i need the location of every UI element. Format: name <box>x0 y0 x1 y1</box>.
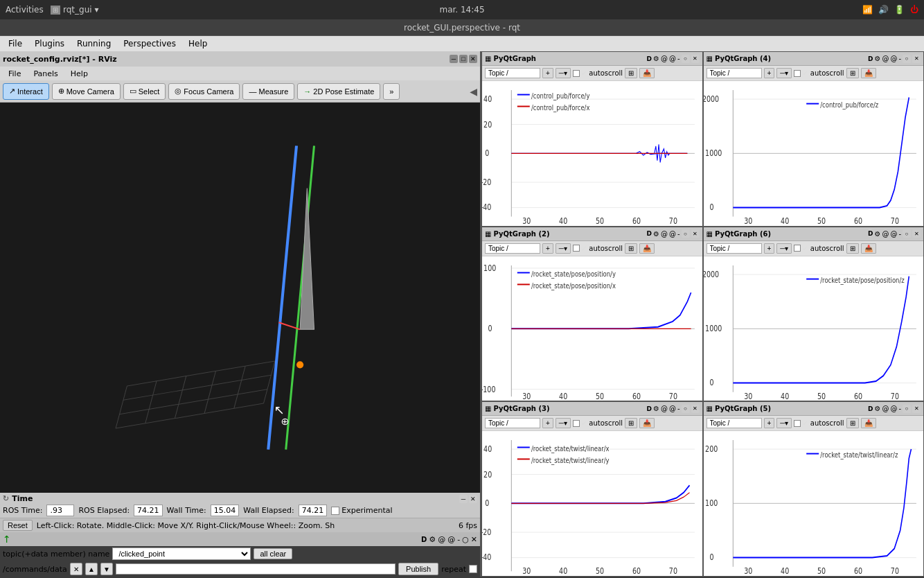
graph5-minimize-btn[interactable]: ○ <box>903 405 911 413</box>
graph6-autoscroll-check[interactable]: ✓ <box>794 245 808 252</box>
graph3-minimize-btn[interactable]: ○ <box>682 405 690 413</box>
graph2-minus-btn[interactable]: ─▾ <box>556 243 571 254</box>
graph2-add-btn[interactable]: + <box>542 243 553 254</box>
graph5-zoom-btn[interactable]: ⊞ <box>846 418 859 428</box>
time-panel-minimize[interactable]: ─ <box>459 495 468 503</box>
graph4-add-btn[interactable]: + <box>764 68 775 78</box>
graph3-s3-icon: @ <box>669 405 676 412</box>
up-icon-btn[interactable]: ▲ <box>85 563 98 575</box>
topic-dropdown[interactable]: /clicked_point <box>112 548 251 560</box>
graph1-autoscroll-check[interactable]: ✓ <box>573 69 587 77</box>
svg-text:/rocket_state/pose/position/y: /rocket_state/pose/position/y <box>531 269 616 277</box>
graph1-topic-input[interactable] <box>485 68 540 78</box>
graph2-close-btn[interactable]: ✕ <box>691 229 700 238</box>
graph6-minimize-btn[interactable]: ○ <box>903 229 911 238</box>
graph5-autoscroll-check[interactable]: ✓ <box>794 419 808 427</box>
experimental-check[interactable] <box>331 507 339 515</box>
all-clear-button[interactable]: all clear <box>254 548 292 559</box>
graph2-topic-input[interactable] <box>485 243 540 254</box>
graph2-export-btn[interactable]: 📥 <box>639 243 655 254</box>
graph6-close-btn[interactable]: ✕ <box>912 229 921 238</box>
graph3-close-btn[interactable]: ✕ <box>691 405 700 413</box>
menu-perspectives[interactable]: Perspectives <box>118 37 181 50</box>
graph4-autoscroll-check[interactable]: ✓ <box>794 69 808 77</box>
graph5-minus-btn[interactable]: ─▾ <box>776 418 792 428</box>
activities-label[interactable]: Activities <box>6 5 44 15</box>
rviz-maximize-btn[interactable]: □ <box>459 55 468 63</box>
graph1-minus-btn[interactable]: ─▾ <box>556 68 571 78</box>
svg-text:30: 30 <box>522 566 531 576</box>
graph6-minus-btn[interactable]: ─▾ <box>776 243 792 254</box>
graph1-minimize-btn[interactable]: ○ <box>682 55 690 63</box>
graph6-s2-icon: @ <box>882 230 889 238</box>
pose-estimate-button[interactable]: → 2D Pose Estimate <box>297 83 380 100</box>
experimental-checkbox[interactable]: Experimental <box>331 506 392 515</box>
more-tools-button[interactable]: » <box>383 83 400 100</box>
graph4-minimize-btn[interactable]: ○ <box>903 55 911 63</box>
svg-line-11 <box>175 376 186 419</box>
down-icon-btn[interactable]: ▼ <box>100 563 113 575</box>
bt-x-icon: ✕ <box>471 535 477 544</box>
select-button[interactable]: ▭ Select <box>123 83 166 100</box>
rviz-minimize-btn[interactable]: ─ <box>450 55 458 63</box>
graph5-autoscroll-label: autoscroll <box>810 419 844 427</box>
rviz-menu-help[interactable]: Help <box>65 68 94 80</box>
svg-text:70: 70 <box>669 566 677 576</box>
time-panel-close[interactable]: ✕ <box>469 495 477 503</box>
graph5-close-btn[interactable]: ✕ <box>912 405 921 413</box>
graph2-autoscroll-check[interactable]: ✓ <box>573 245 587 252</box>
repeat-checkbox[interactable] <box>469 565 477 573</box>
graph3-zoom-btn[interactable]: ⊞ <box>625 418 637 428</box>
publish-button[interactable]: Publish <box>398 563 438 575</box>
graph4-panel-icon: ▦ <box>707 55 713 62</box>
rviz-close-btn[interactable]: ✕ <box>469 55 477 63</box>
menu-running[interactable]: Running <box>71 37 116 50</box>
graph5-topic-input[interactable] <box>707 418 762 428</box>
svg-text:-20: -20 <box>482 177 492 187</box>
graph2-zoom-btn[interactable]: ⊞ <box>625 243 637 254</box>
measure-button[interactable]: — Measure <box>242 83 294 100</box>
graph4-close-btn[interactable]: ✕ <box>912 55 921 63</box>
graph6-zoom-btn[interactable]: ⊞ <box>846 243 859 254</box>
graph5-add-btn[interactable]: + <box>764 418 775 428</box>
graph4-minus-btn[interactable]: ─▾ <box>776 68 792 78</box>
graph1-zoom-btn[interactable]: ⊞ <box>625 68 637 78</box>
graph1-add-btn[interactable]: + <box>542 68 553 78</box>
focus-camera-button[interactable]: ◎ Focus Camera <box>168 83 240 100</box>
graph3-autoscroll-check[interactable]: ✓ <box>573 419 587 427</box>
rviz-viewport[interactable]: ↖ ⊕ <box>0 103 480 493</box>
rviz-menu-file[interactable]: File <box>3 68 26 80</box>
rviz-menu-panels[interactable]: Panels <box>28 68 63 80</box>
clear-icon-btn[interactable]: ✕ <box>70 563 82 575</box>
graph1-autoscroll-label: autoscroll <box>589 69 623 77</box>
graph4-export-btn[interactable]: 📥 <box>861 68 876 78</box>
fps-display: 6 fps <box>459 521 477 530</box>
network-icon: 📶 <box>862 5 873 15</box>
svg-text:200: 200 <box>705 444 718 454</box>
menu-plugins[interactable]: Plugins <box>29 37 70 50</box>
graph5-export-btn[interactable]: 📥 <box>861 418 876 428</box>
graph6-topic-input[interactable] <box>707 243 762 254</box>
interact-button[interactable]: ↗ Interact <box>3 83 49 100</box>
graph4-zoom-btn[interactable]: ⊞ <box>846 68 859 78</box>
graph4-topic-input[interactable] <box>707 68 762 78</box>
svg-text:60: 60 <box>853 216 862 226</box>
publish-input[interactable] <box>116 563 396 575</box>
graph1-export-btn[interactable]: 📥 <box>639 68 655 78</box>
graph6-add-btn[interactable]: + <box>764 243 775 254</box>
status-bar: Reset Left-Click: Rotate. Middle-Click: … <box>0 518 480 532</box>
graph3-topic-input[interactable] <box>485 418 540 428</box>
graph2-minimize-btn[interactable]: ○ <box>682 229 690 238</box>
menu-help[interactable]: Help <box>183 37 213 50</box>
menu-file[interactable]: File <box>3 37 28 50</box>
graph6-export-btn[interactable]: 📥 <box>861 243 876 254</box>
graph1-close-btn[interactable]: ✕ <box>691 55 700 63</box>
graph5-s2-icon: @ <box>882 405 889 412</box>
graph3-add-btn[interactable]: + <box>542 418 553 428</box>
move-camera-button[interactable]: ⊕ Move Camera <box>52 83 121 100</box>
sidebar-collapse-btn[interactable]: ◀ <box>470 86 477 97</box>
graph3-minus-btn[interactable]: ─▾ <box>556 418 571 428</box>
graph3-export-btn[interactable]: 📥 <box>639 418 655 428</box>
svg-line-5 <box>127 361 274 386</box>
reset-button[interactable]: Reset <box>3 520 33 531</box>
